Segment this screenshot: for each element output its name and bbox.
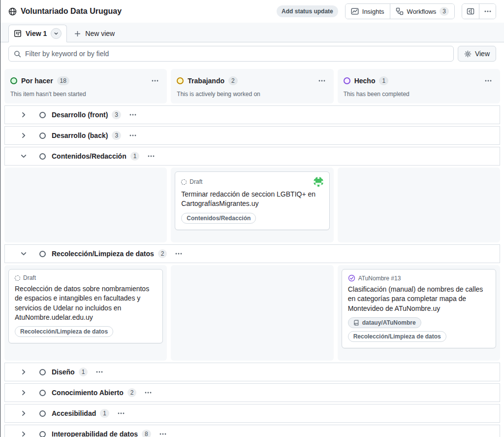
group-menu-button[interactable] [157,428,169,437]
board-lane: ATuNombre #13 Clasificación (manual) de … [338,265,500,361]
group-status-circle-icon [39,410,46,417]
board-lane: Draft Recolección de datos sobre nombram… [4,265,167,361]
group-row-accesibilidad[interactable]: Accesibilidad 1 [4,404,500,423]
group-row-interoperabilidad-de-datos[interactable]: Interoperabilidad de datos 8 [4,425,500,437]
group-count-badge: 3 [112,131,121,140]
group-count-badge: 1 [130,152,140,161]
workflows-count-badge: 3 [440,7,449,16]
card-title[interactable]: Clasificación (manual) de nombres de cal… [348,285,490,313]
group-status-circle-icon [39,390,46,396]
status-circle-icon [344,77,350,84]
side-panel-toggle-button[interactable] [462,4,479,19]
group-status-circle-icon [39,153,46,160]
group-status-circle-icon [39,133,46,139]
column-headers: Por hacer 18 This item hasn't been start… [4,69,500,103]
card-issue-ref: ATuNombre #13 [358,275,401,282]
group-menu-button[interactable] [173,248,185,260]
group-row-conocimiento-abierto[interactable]: Conocimiento Abierto 2 [4,383,500,402]
group-name: Desarrollo (back) [52,132,108,139]
chevron-down-icon[interactable] [20,152,28,160]
group-count-badge: 2 [158,249,167,258]
tab-view-1[interactable]: View 1 [8,25,67,42]
chevron-right-icon[interactable] [20,430,28,437]
draft-icon [181,179,187,185]
add-status-update-button[interactable]: Add status update [277,5,338,17]
group-menu-button[interactable] [142,387,154,399]
board-card[interactable]: Draft Terminar redacción de seccion LGBT… [175,171,329,230]
group-name: Recolección/Limpieza de datos [52,250,154,258]
filter-input[interactable] [25,50,448,58]
plus-icon [74,30,81,37]
column-header-trabajando: Trabajando 2 This is actively being work… [171,69,333,103]
group-name: Accesibilidad [52,409,96,417]
chevron-down-icon[interactable] [20,250,28,258]
label-pill[interactable]: Recolección/Limpieza de datos [15,326,113,337]
group-name: Interoperabilidad de datos [52,430,138,437]
issue-closed-icon [348,274,355,282]
board-card[interactable]: ATuNombre #13 Clasificación (manual) de … [342,269,496,348]
group-row-contenidos-redaccion[interactable]: Contenidos/Redacción 1 [4,147,500,166]
repo-pill[interactable]: datauy/ATuNombre [348,317,421,328]
card-title[interactable]: Recolección de datos sobre nombramientos… [15,284,157,322]
card-title[interactable]: Terminar redacción de seccion LGBTIQ+ en… [181,190,323,209]
chevron-right-icon[interactable] [20,389,28,397]
board-card[interactable]: Draft Recolección de datos sobre nombram… [8,269,163,343]
column-name: Hecho [354,77,376,85]
column-menu-button[interactable] [149,75,161,87]
card-type-label: Draft [23,274,36,281]
column-name: Trabajando [188,77,224,85]
group-menu-button[interactable] [94,366,105,378]
group-count-badge: 1 [100,409,109,418]
draft-icon [15,275,20,281]
view-tabbar: View 1 New view [0,23,504,42]
insights-workflows-group: Insights Workflows 3 [345,3,455,19]
repo-icon [353,320,359,326]
group-menu-button[interactable] [115,407,127,419]
group-content: Draft Recolección de datos sobre nombram… [4,265,500,361]
column-name: Por hacer [21,77,53,85]
board-view-icon [14,30,22,37]
project-menu-kebab-button[interactable] [479,4,496,19]
label-pill[interactable]: Recolección/Limpieza de datos [348,331,446,342]
column-menu-button[interactable] [316,75,328,87]
group-status-circle-icon [39,112,46,118]
column-header-hecho: Hecho 1 This has been completed [338,69,500,103]
search-icon [14,50,21,58]
column-count-badge: 18 [57,76,69,85]
chevron-right-icon[interactable] [20,368,28,376]
chevron-right-icon[interactable] [20,409,28,417]
group-row-diseno[interactable]: Diseño 1 [4,363,500,381]
column-menu-button[interactable] [482,75,494,87]
assignee-avatar[interactable] [314,177,323,187]
tab-view-label: View 1 [26,30,47,37]
chevron-right-icon[interactable] [20,111,28,119]
gear-icon [464,50,472,58]
group-content: Draft Terminar redacción de seccion LGBT… [4,168,500,242]
project-header: Voluntariado Data Uruguay Add status upd… [0,0,504,23]
group-name: Diseño [52,368,75,376]
column-description: This item hasn't been started [10,91,161,98]
status-circle-icon [177,77,184,84]
filter-row: View [0,42,504,66]
group-row-desarrollo-back[interactable]: Desarrollo (back) 3 [4,126,500,145]
insights-button[interactable]: Insights [346,4,390,19]
globe-icon [8,7,17,16]
status-circle-icon [10,77,17,84]
group-row-desarrollo-front[interactable]: Desarrollo (front) 3 [4,105,500,124]
group-name: Conocimiento Abierto [52,389,124,397]
view-options-button[interactable]: View [458,46,496,62]
label-pill[interactable]: Contenidos/Redacción [181,213,256,224]
chevron-right-icon[interactable] [20,132,28,139]
group-row-recoleccion-limpieza-de-datos[interactable]: Recolección/Limpieza de datos 2 [4,244,500,263]
view-options-caret-button[interactable] [51,28,62,39]
filter-search-box[interactable] [8,46,454,62]
group-menu-button[interactable] [127,130,139,141]
workflows-icon [396,7,404,15]
column-description: This has been completed [344,91,494,98]
board-lane [338,168,500,242]
new-view-button[interactable]: New view [67,25,122,42]
group-menu-button[interactable] [127,109,139,121]
group-menu-button[interactable] [145,150,157,162]
workflows-button[interactable]: Workflows 3 [390,4,454,19]
column-count-badge: 1 [379,76,388,85]
